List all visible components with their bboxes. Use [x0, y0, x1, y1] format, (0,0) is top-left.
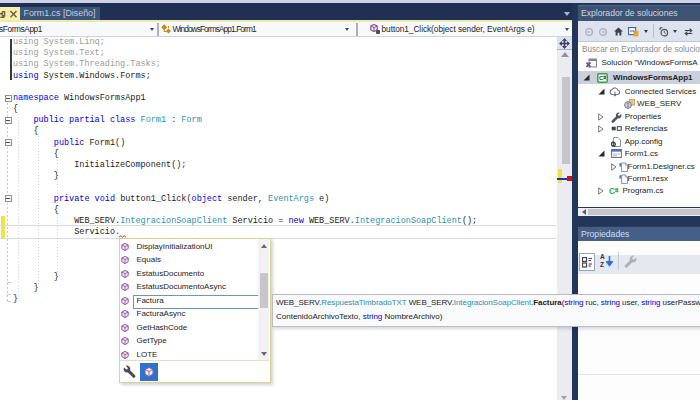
svg-text:C: C: [599, 75, 604, 81]
svg-text:C: C: [609, 186, 615, 196]
